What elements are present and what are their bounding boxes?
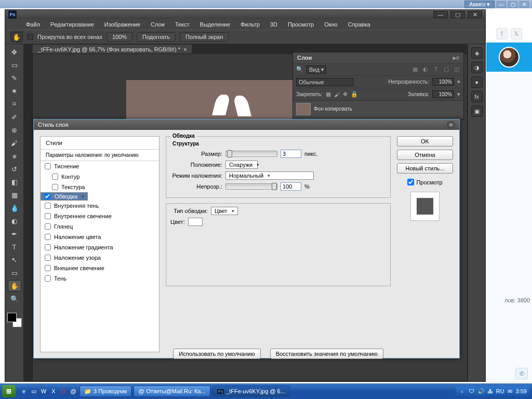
brush-tool-icon[interactable]: 🖌 (8, 137, 21, 149)
reset-default-button[interactable]: Восстановить значения по умолчанию (270, 349, 383, 359)
lock-transparency-icon[interactable]: ▦ (326, 91, 331, 98)
filter-type-icon[interactable]: T (432, 66, 440, 73)
move-tool-icon[interactable]: ✥ (8, 46, 21, 58)
effect-stroke-checkbox[interactable] (44, 193, 50, 200)
close-tab-icon[interactable]: × (183, 46, 187, 52)
lock-pixels-icon[interactable]: 🖌 (334, 91, 340, 98)
blend-mode-dropdown[interactable]: Обычные (296, 78, 353, 86)
tray-msg-icon[interactable]: ✉ (507, 388, 514, 395)
ql-desktop-icon[interactable]: ▭ (30, 387, 38, 395)
menu-select[interactable]: Выделение (196, 20, 234, 29)
eraser-tool-icon[interactable]: ◧ (8, 176, 21, 188)
ql-mail-icon[interactable]: @ (69, 387, 77, 395)
styles-header[interactable]: Стили (41, 137, 159, 150)
menu-filter[interactable]: Фильтр (236, 20, 264, 29)
effect-outer-glow[interactable]: Внешнее свечение (41, 263, 159, 273)
gradient-tool-icon[interactable]: ▦ (8, 189, 21, 201)
menu-layer[interactable]: Слои (147, 20, 169, 29)
position-select[interactable]: Снаружи (225, 161, 258, 169)
task-mail[interactable]: @Ответы@Mail.Ru: Ка... (134, 385, 210, 397)
filter-adjust-icon[interactable]: ◐ (422, 66, 429, 73)
menu-3d[interactable]: 3D (266, 20, 282, 29)
opacity-field[interactable]: 100% (432, 78, 454, 86)
tray-network-icon[interactable]: 🖧 (487, 388, 494, 395)
marquee-tool-icon[interactable]: ▭ (8, 59, 21, 71)
info-panel-icon[interactable]: ▣ (471, 105, 483, 117)
lock-position-icon[interactable]: ✥ (343, 91, 348, 98)
make-default-button[interactable]: Использовать по умолчанию (173, 349, 260, 359)
effect-texture-checkbox[interactable] (52, 184, 58, 190)
size-input[interactable] (281, 150, 301, 158)
fx-panel-icon[interactable]: fx (471, 91, 483, 102)
lock-all-icon[interactable]: 🔒 (351, 91, 358, 98)
zoom-100-button[interactable]: 100% (107, 32, 132, 42)
pen-tool-icon[interactable]: ✒ (8, 228, 21, 240)
chevron-down-icon[interactable]: ▾ (457, 78, 460, 85)
effect-bevel[interactable]: Тиснение (41, 161, 159, 171)
twitter-icon[interactable]: 𝕏 (511, 28, 522, 39)
preview-checkbox-row[interactable]: Просмотр (397, 179, 453, 185)
menu-type[interactable]: Текст (171, 20, 194, 29)
menu-file[interactable]: Файл (22, 20, 44, 29)
effect-drop-shadow[interactable]: Тень (41, 273, 159, 284)
blend-select[interactable]: Нормальный (225, 171, 314, 180)
type-tool-icon[interactable]: T (8, 241, 21, 252)
layers-panel-header[interactable]: Слои ▸≡ (293, 52, 463, 63)
filter-pixel-icon[interactable]: ▦ (411, 66, 419, 73)
fg-color-swatch[interactable] (7, 313, 17, 322)
effect-stroke[interactable]: Обводка (41, 192, 88, 201)
history-brush-tool-icon[interactable]: ↺ (8, 163, 21, 175)
hand-tool-icon[interactable]: ✋ (10, 32, 23, 42)
layer-name[interactable]: Фон копировать (314, 106, 352, 112)
effect-color-overlay-checkbox[interactable] (45, 234, 51, 240)
effect-inner-shadow-checkbox[interactable] (45, 203, 51, 209)
opacity-input[interactable] (281, 182, 301, 191)
filltype-select[interactable]: Цвет (211, 207, 238, 215)
start-button[interactable]: ⊞ (2, 385, 16, 397)
effect-inner-glow[interactable]: Внутреннее свечение (41, 211, 159, 221)
new-style-button[interactable]: Новый стиль... (397, 163, 453, 174)
scroll-all-checkbox[interactable] (27, 34, 33, 40)
tray-shield-icon[interactable]: 🛡 (468, 388, 475, 395)
system-tray[interactable]: ‹ 🛡 🔊 🖧 RU ✉ 3:59 (456, 387, 530, 396)
effect-satin-checkbox[interactable] (45, 223, 51, 230)
opacity-slider[interactable] (225, 183, 277, 190)
ok-button[interactable]: OK (397, 136, 453, 147)
zoom-tool-icon[interactable]: 🔍 (8, 293, 21, 304)
effect-pattern-overlay[interactable]: Наложение узора (41, 252, 159, 263)
effect-pattern-overlay-checkbox[interactable] (45, 255, 51, 261)
layer-row[interactable]: Фон копировать (293, 100, 463, 117)
effect-gradient-overlay-checkbox[interactable] (45, 244, 51, 250)
slider-thumb[interactable] (272, 183, 277, 190)
layers-panel-icon[interactable]: ◈ (471, 47, 483, 59)
effect-bevel-checkbox[interactable] (45, 163, 51, 169)
ps-close-button[interactable]: ✕ (468, 11, 482, 18)
ql-word-icon[interactable]: W (39, 387, 48, 395)
effect-texture[interactable]: Текстура (41, 182, 159, 192)
menu-window[interactable]: Окно (320, 20, 342, 29)
slider-thumb[interactable] (227, 150, 232, 157)
avatar[interactable] (499, 47, 520, 68)
blur-tool-icon[interactable]: 💧 (8, 202, 21, 214)
fill-field[interactable]: 100% (432, 90, 454, 98)
panel-menu-icon[interactable]: ▸≡ (453, 55, 459, 61)
browser-menu-button[interactable]: Амиго▾ (464, 1, 495, 8)
adjustments-panel-icon[interactable]: ◑ (471, 62, 483, 73)
crop-tool-icon[interactable]: ⌗ (8, 98, 21, 110)
cancel-button[interactable]: Отмена (397, 150, 453, 160)
layer-thumbnail[interactable] (296, 103, 311, 115)
lasso-tool-icon[interactable]: ✎ (8, 72, 21, 84)
ql-opera-icon[interactable]: O (59, 387, 68, 395)
chevron-down-icon[interactable]: ▾ (457, 91, 460, 98)
ql-excel-icon[interactable]: X (49, 387, 58, 395)
menu-view[interactable]: Просмотр (284, 20, 318, 29)
menu-image[interactable]: Изображение (100, 20, 144, 29)
dialog-close-button[interactable]: × (447, 121, 455, 128)
size-slider[interactable] (225, 151, 277, 157)
effect-color-overlay[interactable]: Наложение цвета (41, 232, 159, 242)
stroke-color-swatch[interactable] (188, 218, 203, 226)
hand-tool-icon[interactable]: ✋ (8, 280, 21, 291)
filter-smart-icon[interactable]: ◫ (453, 66, 460, 73)
task-photoshop[interactable]: Ps_tFFe-uv6KY.jpg @ 6... (212, 385, 290, 397)
filter-shape-icon[interactable]: ▢ (443, 66, 450, 73)
